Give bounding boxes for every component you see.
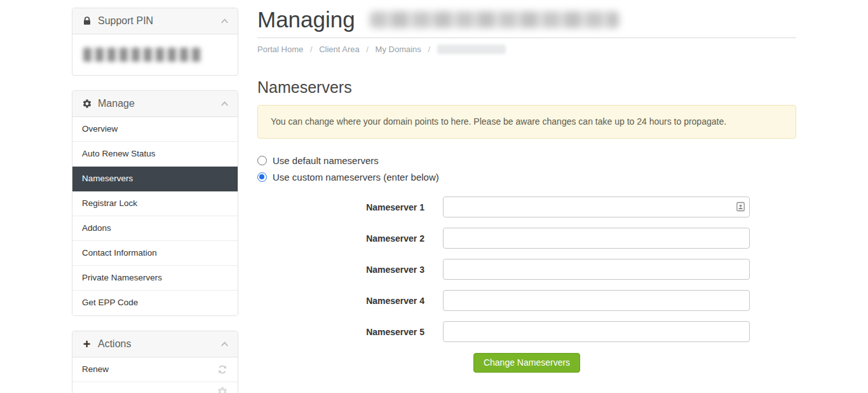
chevron-up-icon[interactable] bbox=[220, 18, 229, 24]
sidebar-item-private-nameservers[interactable]: Private Nameservers bbox=[72, 266, 238, 291]
manage-header[interactable]: Manage bbox=[72, 91, 238, 117]
refresh-icon bbox=[217, 364, 228, 375]
sidebar-item-get-epp-code[interactable]: Get EPP Code bbox=[72, 291, 238, 315]
nameserver-1-input[interactable] bbox=[443, 197, 750, 217]
breadcrumb-separator: / bbox=[428, 45, 430, 54]
radio-label: Use default nameservers bbox=[273, 155, 379, 166]
radio-default-nameservers[interactable]: Use default nameservers bbox=[257, 155, 796, 166]
support-pin-value-redacted bbox=[83, 48, 201, 62]
section-title: Nameservers bbox=[257, 78, 796, 97]
nameserver-3-input[interactable] bbox=[443, 259, 750, 280]
autofill-icon[interactable] bbox=[736, 202, 745, 212]
breadcrumb-portal-home[interactable]: Portal Home bbox=[257, 45, 303, 54]
breadcrumb-my-domains[interactable]: My Domains bbox=[376, 45, 421, 54]
radio-icon-unchecked[interactable] bbox=[257, 156, 267, 165]
nameserver-2-input-wrap bbox=[443, 228, 750, 249]
breadcrumb-separator: / bbox=[366, 45, 369, 54]
actions-panel: + Actions Renew bbox=[72, 331, 238, 393]
nameserver-4-input[interactable] bbox=[443, 290, 750, 311]
support-pin-panel: Support PIN bbox=[72, 8, 238, 76]
manage-title: Manage bbox=[98, 98, 135, 109]
breadcrumb-client-area[interactable]: Client Area bbox=[319, 45, 360, 54]
nameserver-2-row: Nameserver 2 bbox=[257, 228, 796, 249]
sidebar-item-partial[interactable] bbox=[72, 382, 238, 393]
sidebar-item-contact-information[interactable]: Contact Information bbox=[72, 241, 238, 266]
chevron-up-icon[interactable] bbox=[220, 341, 229, 347]
nameserver-3-input-wrap bbox=[443, 259, 750, 280]
nameserver-3-row: Nameserver 3 bbox=[257, 259, 796, 280]
nameserver-4-row: Nameserver 4 bbox=[257, 290, 796, 311]
actions-menu: Renew bbox=[72, 357, 238, 393]
sidebar-item-nameservers[interactable]: Nameservers bbox=[72, 167, 238, 191]
nameserver-3-label: Nameserver 3 bbox=[257, 265, 424, 275]
sidebar: Support PIN Manage Overview Auto Renew S… bbox=[72, 8, 238, 393]
gear-faint-icon bbox=[217, 386, 228, 393]
sidebar-item-overview[interactable]: Overview bbox=[72, 117, 238, 142]
nameserver-4-label: Nameserver 4 bbox=[257, 296, 424, 306]
submit-row: Change Nameservers bbox=[257, 353, 796, 373]
sidebar-item-auto-renew-status[interactable]: Auto Renew Status bbox=[72, 142, 238, 167]
nameserver-1-input-wrap bbox=[443, 197, 750, 217]
sidebar-item-label: Renew bbox=[82, 357, 109, 382]
breadcrumb-separator: / bbox=[310, 45, 313, 54]
gear-icon bbox=[81, 99, 92, 109]
nameserver-1-label: Nameserver 1 bbox=[257, 202, 424, 212]
change-nameservers-button[interactable]: Change Nameservers bbox=[473, 353, 580, 373]
nameserver-5-input-wrap bbox=[443, 321, 750, 342]
nameserver-5-label: Nameserver 5 bbox=[257, 327, 424, 337]
nameserver-options: Use default nameservers Use custom names… bbox=[257, 155, 796, 183]
manage-menu: Overview Auto Renew Status Nameservers R… bbox=[72, 117, 238, 315]
actions-header[interactable]: + Actions bbox=[72, 331, 238, 357]
nameserver-2-label: Nameserver 2 bbox=[257, 233, 424, 244]
breadcrumb-domain-redacted bbox=[437, 45, 506, 54]
title-divider bbox=[257, 38, 796, 38]
domain-name-redacted bbox=[370, 11, 619, 28]
support-pin-title: Support PIN bbox=[98, 15, 153, 27]
main-content: Managing Portal Home / Client Area / My … bbox=[257, 6, 796, 373]
nameservers-form: Nameserver 1 Nameserver 2 Nameserver 3 N… bbox=[257, 197, 796, 373]
manage-panel: Manage Overview Auto Renew Status Namese… bbox=[72, 90, 238, 316]
nameserver-5-row: Nameserver 5 bbox=[257, 321, 796, 342]
page-title-text: Managing bbox=[257, 7, 355, 32]
nameserver-2-input[interactable] bbox=[443, 228, 750, 249]
breadcrumb: Portal Home / Client Area / My Domains / bbox=[257, 45, 796, 54]
support-pin-header[interactable]: Support PIN bbox=[72, 8, 238, 34]
actions-title: Actions bbox=[98, 338, 131, 350]
lock-icon bbox=[81, 16, 92, 27]
radio-icon-checked[interactable] bbox=[257, 172, 267, 182]
page-title: Managing bbox=[257, 6, 796, 33]
sidebar-item-registrar-lock[interactable]: Registrar Lock bbox=[72, 191, 238, 216]
nameserver-5-input[interactable] bbox=[443, 321, 750, 342]
support-pin-body bbox=[72, 34, 238, 75]
nameserver-1-row: Nameserver 1 bbox=[257, 197, 796, 217]
plus-icon: + bbox=[81, 339, 92, 350]
alert-warning: You can change where your domain points … bbox=[257, 105, 796, 139]
radio-label: Use custom nameservers (enter below) bbox=[273, 172, 439, 183]
chevron-up-icon[interactable] bbox=[220, 100, 229, 107]
sidebar-item-renew[interactable]: Renew bbox=[72, 357, 238, 382]
nameserver-4-input-wrap bbox=[443, 290, 750, 311]
radio-custom-nameservers[interactable]: Use custom nameservers (enter below) bbox=[257, 172, 796, 183]
sidebar-item-addons[interactable]: Addons bbox=[72, 216, 238, 241]
